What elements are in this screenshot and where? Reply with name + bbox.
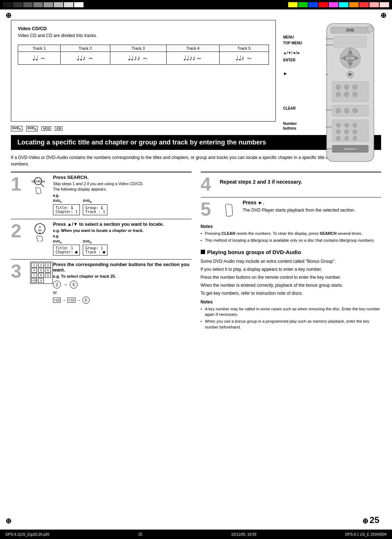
numpad-icon: 1 2 3 4 5 6 7 8 9 +10 0 [30,262,50,283]
track-3-note: ♩♩♪♪ ～ [110,52,166,65]
step-5-inner: Press ►. The DVD Player starts playback … [220,200,381,220]
color-block-2 [13,2,23,7]
page-number: 25 [369,515,379,525]
step-1-line2: The following display appears. [53,187,192,191]
step-1-dvdv-area: DVDV Title: 1Chapter: 1 [53,199,80,215]
color-block-7 [64,2,73,7]
top-section: Video CD/CD Video CD and CD are divided … [11,20,381,122]
color-block-blue [309,2,318,7]
svg-text:DVD: DVD [346,28,354,32]
svg-point-38 [367,26,373,32]
left-steps-col: 1 SEARCH [11,172,192,331]
step-5-content: Press ►. The DVD Player starts playback … [220,200,381,220]
color-block-yellow [288,2,298,7]
color-block-8 [74,2,83,7]
svg-point-31 [344,130,349,134]
track-2-note: ♩♩♪ ～ [61,52,110,65]
num-7: 7 [31,273,37,278]
step-3-container: 3 1 2 3 4 5 6 7 [11,259,192,305]
remote-arrow-label: ▲/▼/◄/► [283,51,301,55]
right-panel: DVD Integra ENTER [283,20,381,122]
step-5-number: 5 [201,200,217,220]
formula2-num5: 5 [82,297,90,304]
svg-point-19 [336,92,341,97]
notes-1-section: Notes • Pressing CLEAR resets the number… [201,224,381,244]
step-5-container: 5 Press ►. The DVD Player starts playbac… [201,197,381,220]
video-cd-title: Video CD/CD [18,26,269,31]
bonus-title-text: Playing bonus groups of DVD-Audio [207,249,301,255]
svg-point-34 [344,136,349,140]
dvdv-badge: DVDV [11,126,23,131]
svg-point-17 [344,85,349,90]
step-3-number: 3 [11,262,27,305]
step-1-dvda-display: Group: 1Track : 1 [83,204,107,215]
step-2-title: Press ▲/▼ to select a section you want t… [53,221,192,227]
bonus-para-5: To get key numbers, refer to instruction… [201,290,381,297]
step-1-eg: e.g. [53,193,192,197]
track-3-header: Track 3 [110,45,166,52]
track-4-header: Track 4 [166,45,219,52]
notes-1-title: Notes [201,224,381,229]
step-4-content: Repeat steps 2 and 3 if necessary. [220,175,381,193]
remote-topmenu-label: TOP MENU [283,41,302,45]
svg-point-25 [352,108,358,113]
play-hand-svg [220,200,240,220]
step-1-number: 1 [11,175,27,215]
step-2-dvda-area: DVDA Group: 1Track : ■ [83,240,107,256]
color-block-orange [349,2,359,7]
svg-line-49 [41,184,44,187]
step-1-content: SEARCH Press SEARCH. Skip steps 1 and 2 … [30,175,192,215]
step-3-text-area: Press the corresponding number buttons f… [53,262,192,305]
plus10-2: +10 [68,298,75,303]
step-2-dvdv-label: DVDV [53,240,80,244]
note-1-item-1: • Pressing CLEAR resets the numbers. To … [201,231,381,236]
main-content: Video CD/CD Video CD and CD are divided … [11,20,381,331]
num-0: 0 [38,278,44,283]
step-5-text-area: Press ►. The DVD Player starts playback … [243,200,381,213]
enter-hand-svg: ▲ EN ▼ [30,221,50,241]
vcd-badge: VCD [41,126,51,131]
bonus-note-2: • When you use a bonus group in a progra… [201,319,381,330]
num-9: 9 [45,273,51,278]
remote-clear-label: CLEAR [283,106,295,110]
num-2: 2 [38,263,44,268]
track-1-note: ♩♩ ～ [18,52,61,65]
step-1-dvda-label: DVDA [83,199,107,204]
step-4-container: 4 Repeat steps 2 and 3 if necessary. [201,172,381,193]
bonus-para-3: Press the number buttons on the remote c… [201,274,381,281]
bonus-notes-list: • A key number may be called in some cas… [201,306,381,330]
color-block-4 [33,2,43,7]
remote-menu-label: MENU [283,35,294,39]
track-2-header: Track 2 [61,45,110,52]
notes-1-list: • Pressing CLEAR resets the numbers. To … [201,231,381,244]
bottom-right-text: DPS-9.1 US_E 29343004 [345,532,387,536]
cd-badge: CD [55,126,62,131]
search-hand-svg: SEARCH [30,175,50,195]
color-block-pink [369,2,379,7]
track-notes-row: ♩♩ ～ ♩♩♪ ～ ♩♩♪♪ ～ ♩♩♪♪～ ♩♩♪ ～ [18,52,269,65]
track-4-note: ♩♩♪♪～ [166,52,219,65]
bonus-section: Playing bonus groups of DVD-Audio Some D… [201,249,381,330]
svg-text:SEARCH: SEARCH [344,147,356,151]
step-2-number: 2 [11,221,27,256]
enter-hand-icon: ▲ EN ▼ [30,221,50,241]
arrow2: → [62,298,66,302]
color-block-5 [44,2,53,7]
remote-buttons-label: buttons [283,126,297,130]
svg-rect-4 [334,36,367,41]
step-1-eg-label: e.g. [53,193,59,197]
bonus-para-1: Some DVD-Audio may include an extra cont… [201,258,381,265]
step-2-container: 2 ▲ EN ▼ [11,219,192,256]
color-block-red2 [359,2,369,7]
black-square-icon [201,250,205,254]
step-1-container: 1 SEARCH [11,172,192,215]
note-1-item-2: • This method of locating a title/group … [201,238,381,243]
color-strip-left [3,2,83,7]
bonus-title: Playing bonus groups of DVD-Audio [201,249,381,255]
svg-point-30 [336,130,340,134]
num-8: 8 [38,273,44,278]
reg-mark-top-left: ⊕ [5,11,12,20]
svg-point-27 [336,123,340,127]
track-table: Track 1 Track 2 Track 3 Track 4 Track 5 … [18,45,269,65]
step-1-displays: DVDV Title: 1Chapter: 1 DVDA Group: 1Tra… [53,199,192,215]
